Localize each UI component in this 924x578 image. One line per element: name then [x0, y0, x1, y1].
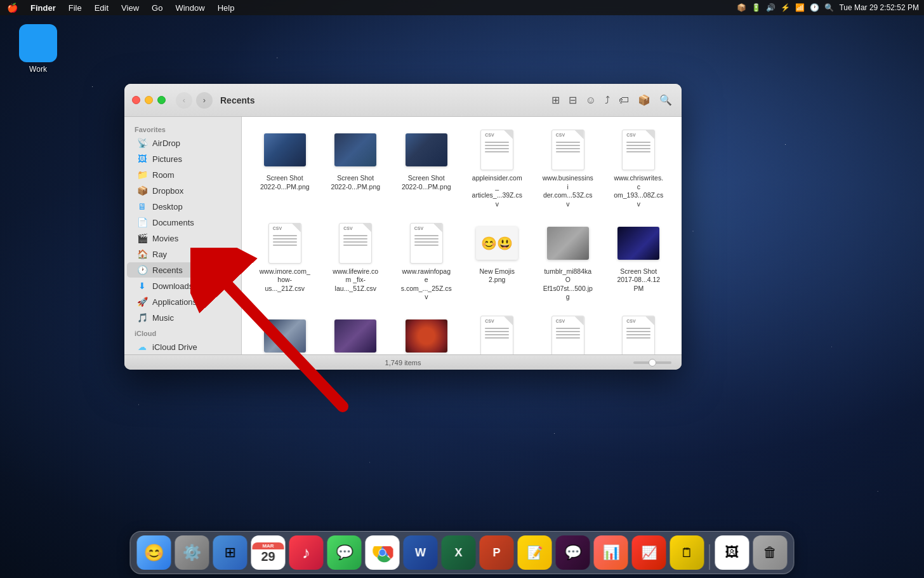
nav-buttons: ‹ ›	[176, 92, 213, 109]
desktop: 🍎 Finder File Edit View Go Window Help 📦…	[0, 0, 924, 578]
close-button[interactable]	[132, 96, 140, 104]
sidebar-item-ray[interactable]: 🏠 Ray	[127, 246, 239, 262]
file-thumb-invictus	[263, 314, 307, 354]
file-item-csv3[interactable]: CSV www.chriswrites.c om_193...08Z.csv	[606, 124, 672, 213]
dock-launchpad[interactable]: ⊞	[213, 535, 248, 570]
file-thumb-csv8: CSV	[546, 314, 590, 354]
svg-point-2	[373, 542, 393, 563]
file-item-ss3[interactable]: Screen Shot 2022-0...PM.png	[393, 124, 459, 213]
menubar-edit[interactable]: Edit	[93, 3, 110, 13]
menubar-left: 🍎 Finder File Edit View Go Window Help	[5, 3, 236, 13]
dock-calendar[interactable]: MAR 29	[251, 535, 286, 570]
dock-notes[interactable]: 📝	[518, 535, 552, 570]
file-item-tumblr2[interactable]: tumblr_lxfxu4nFz w1qceu...1280.jpg	[393, 311, 459, 354]
dock-finder[interactable]: 😊	[137, 535, 171, 570]
tag-button[interactable]: 🏷	[617, 93, 631, 108]
file-item-csv2[interactable]: CSV www.businessinsi der.com...53Z.csv	[535, 124, 601, 213]
sidebar-item-room[interactable]: 📁 Room	[127, 167, 239, 182]
file-thumb-space	[617, 222, 660, 265]
file-name-csv4: www.imore.com_ how-us..._21Z.csv	[260, 267, 310, 293]
sidebar-item-music[interactable]: 🎵 Music	[127, 310, 239, 325]
sidebar-item-applications[interactable]: 🚀 Applications	[127, 294, 239, 309]
view-icon-list[interactable]: ⊟	[567, 92, 579, 108]
dock-messages[interactable]: 💬	[327, 535, 362, 570]
file-name-tumblr: tumblr_mi884kaO Ef1s07st...500.jpg	[543, 267, 593, 302]
search-button[interactable]: 🔍	[657, 92, 674, 108]
sidebar-section-icloud: iCloud	[124, 326, 241, 339]
file-thumb-csv4: CSV	[263, 222, 307, 265]
sidebar-item-airdrop[interactable]: 📡 AirDrop	[127, 135, 239, 151]
dock-chrome[interactable]	[366, 535, 400, 570]
desktop-icon-work[interactable]: Work	[13, 24, 63, 74]
file-item-bullet[interactable]: the bullet	[323, 311, 389, 354]
file-item-ss2[interactable]: Screen Shot 2022-0...PM.png	[323, 124, 389, 213]
menubar-finder[interactable]: Finder	[29, 3, 58, 13]
dock-system-preferences[interactable]: ⚙️	[175, 535, 209, 570]
calendar-dock-date: 29	[261, 550, 275, 563]
share-button[interactable]: ⤴	[603, 93, 612, 108]
menubar-file[interactable]: File	[67, 3, 84, 13]
back-button[interactable]: ‹	[176, 92, 192, 109]
dock-trash[interactable]: 🗑	[753, 535, 788, 570]
dropbox-button[interactable]: 📦	[636, 92, 652, 108]
calendar-dock-month: MAR	[253, 542, 284, 549]
minimize-button[interactable]	[145, 96, 153, 104]
menubar-window[interactable]: Window	[173, 3, 206, 13]
file-item-csv1[interactable]: CSV appleinsider.com_ articles_...39Z.cs…	[465, 124, 531, 213]
pictures-icon: 🖼	[137, 154, 147, 164]
slider-track	[633, 361, 671, 364]
sidebar-item-icloud[interactable]: ☁ iCloud Drive	[127, 339, 239, 354]
fullscreen-button[interactable]	[157, 96, 166, 104]
file-item-tumblr[interactable]: tumblr_mi884kaO Ef1s07st...500.jpg	[535, 218, 601, 306]
sidebar-item-downloads[interactable]: ⬇ Downloads	[127, 278, 239, 293]
dock-music[interactable]: ♪	[289, 535, 324, 570]
spotlight-icon[interactable]: 🔍	[824, 3, 834, 12]
work-folder-icon	[19, 24, 57, 62]
dock-word[interactable]: W	[404, 535, 438, 570]
sidebar-item-pictures[interactable]: 🖼 Pictures	[127, 151, 239, 166]
sidebar-item-movies[interactable]: 🎬 Movies	[127, 231, 239, 246]
sidebar-item-documents[interactable]: 📄 Documents	[127, 215, 239, 230]
apple-menu[interactable]: 🍎	[5, 3, 20, 13]
file-item-csv9[interactable]: CSV www.imore.com_ how-get...03Z.csv	[606, 311, 672, 354]
forward-button[interactable]: ›	[196, 92, 213, 109]
file-item-csv8[interactable]: CSV www.businessinsi der.com..._17Z.csv	[535, 311, 601, 354]
file-item-csv6[interactable]: CSV www.rawinfopage s.com_..._25Z.csv	[393, 218, 459, 306]
sidebar-item-dropbox[interactable]: 📦 Dropbox	[127, 183, 239, 198]
file-name-csv3: www.chriswrites.c om_193...08Z.csv	[613, 174, 664, 209]
dock-activity-monitor[interactable]: 📈	[632, 535, 666, 570]
menubar-right: 📦 🔋 🔊 ⚡ 📶 🕐 🔍 Tue Mar 29 2:52:52 PM	[737, 3, 919, 12]
file-item-emojis[interactable]: 😊😃 New Emojis 2.png	[465, 218, 531, 306]
dock-stickies[interactable]: 🗒	[670, 535, 704, 570]
dock-excel[interactable]: X	[442, 535, 476, 570]
sidebar-label-desktop: Desktop	[152, 202, 183, 212]
file-thumb-emojis: 😊😃	[475, 222, 518, 265]
file-thumb-ss3	[405, 128, 448, 171]
sidebar-label-documents: Documents	[152, 218, 194, 227]
file-item-csv5[interactable]: CSV www.lifewire.com _fix-lau..._51Z.csv	[323, 218, 389, 306]
menubar-view[interactable]: View	[119, 3, 141, 13]
zoom-slider[interactable]	[633, 361, 671, 364]
file-name-csv2: www.businessinsi der.com...53Z.csv	[543, 174, 593, 209]
dock-grapher[interactable]: 📊	[594, 535, 628, 570]
file-item-space[interactable]: Screen Shot 2017-08...4.12 PM	[606, 218, 672, 306]
file-item-invictus[interactable]: invictus	[252, 311, 318, 354]
dock-slack[interactable]: 💬	[556, 535, 590, 570]
sidebar-item-desktop[interactable]: 🖥 Desktop	[127, 199, 239, 214]
svg-point-5	[380, 549, 386, 556]
file-thumb-csv1: CSV	[475, 128, 518, 171]
menubar-help[interactable]: Help	[216, 3, 237, 13]
dock-divider	[710, 544, 710, 570]
action-menu[interactable]: ☺	[584, 93, 598, 108]
file-item-ss1[interactable]: Screen Shot 2022-0...PM.png	[252, 124, 318, 213]
menubar-go[interactable]: Go	[150, 3, 164, 13]
calendar-dock-widget: MAR 29	[253, 542, 284, 563]
view-icon-grid[interactable]: ⊞	[550, 92, 562, 108]
screenshot3-img	[406, 133, 447, 166]
file-item-csv4[interactable]: CSV www.imore.com_ how-us..._21Z.csv	[252, 218, 318, 306]
sidebar-item-recents[interactable]: 🕐 Recents	[127, 262, 239, 278]
dock-preview[interactable]: 🖼	[715, 535, 749, 570]
dock-powerpoint[interactable]: P	[480, 535, 514, 570]
file-item-csv7[interactable]: CSV www.techbout.co m_send...33Z.csv	[465, 311, 531, 354]
dock: 😊 ⚙️ ⊞ MAR 29 ♪ 💬	[130, 531, 795, 574]
